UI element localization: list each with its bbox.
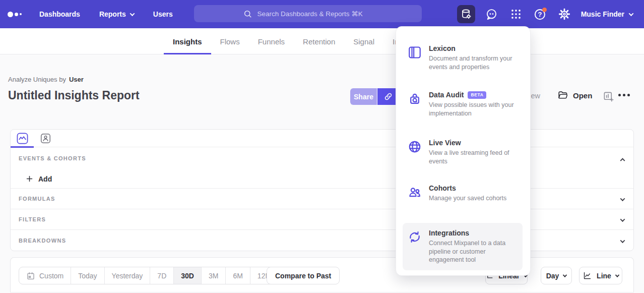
date-range-control: Custom Today Yesterday 7D 30D 3M 6M 12M [19,267,279,284]
live-view-globe-icon [408,140,422,154]
integrations-sync-icon [408,230,422,244]
section-breakdowns[interactable]: BREAKDOWNS [11,230,633,251]
menu-item-description: View possible issues with your implement… [429,101,518,118]
range-custom[interactable]: Custom [19,267,71,284]
menu-item-title: Live View [429,139,461,147]
menu-item-integrations[interactable]: Integrations Connect Mixpanel to a data … [403,223,523,270]
nav-dashboards-label: Dashboards [39,10,80,18]
section-label: FORMULAS [19,196,55,202]
logo-dot [8,12,13,17]
menu-item-description: View a live streaming feed of events [429,149,518,165]
range-6m[interactable]: 6M [226,267,250,284]
nav-reports-label: Reports [99,10,126,18]
gear-icon [558,8,571,21]
lexicon-icon [408,45,422,60]
data-management-button[interactable] [457,5,475,23]
data-audit-icon [408,92,422,106]
tab-metrics-view[interactable] [11,130,34,147]
menu-item-title: Integrations [429,229,469,237]
menu-item-description: Connect Mixpanel to a data pipeline or c… [429,239,518,264]
nav-users[interactable]: Users [153,10,173,18]
chat-bubble-icon [485,8,498,21]
person-tab-icon [40,133,51,144]
analysis-subtitle: Analyze Uniques byUser [8,76,84,83]
menu-item-description: Document and transform your events and p… [429,54,518,71]
range-yesterday[interactable]: Yesterday [105,267,151,284]
section-events-cohorts[interactable]: EVENTS & COHORTS [11,147,633,169]
menu-item-live-view[interactable]: Live View View a live streaming feed of … [403,133,523,171]
nav-reports[interactable]: Reports [99,10,134,18]
subtitle-prefix: Analyze Uniques by [8,76,66,83]
calendar-icon [26,271,35,280]
settings-button[interactable] [557,7,572,22]
builder-view-tabs [11,130,633,147]
chevron-up-icon[interactable] [620,158,625,163]
project-name: Music Finder [581,10,624,18]
apps-grid-button[interactable] [508,7,524,22]
project-selector[interactable]: Music Finder [581,10,633,18]
range-3m[interactable]: 3M [202,267,226,284]
section-formulas[interactable]: FORMULAS [11,189,633,209]
chevron-down-icon[interactable] [620,238,625,243]
search-input[interactable] [257,10,373,18]
tab-funnels[interactable]: Funnels [249,28,294,54]
range-7d[interactable]: 7D [150,267,174,284]
tab-flows[interactable]: Flows [211,28,249,54]
share-button[interactable]: Share [350,88,377,105]
grid-dots-icon [509,8,523,21]
chevron-down-icon [629,11,634,16]
chart-type-select[interactable]: Line [579,267,622,284]
app-window: Dashboards Reports Users [0,0,644,293]
range-today[interactable]: Today [71,267,104,284]
tab-retention[interactable]: Retention [294,28,344,54]
tab-insights[interactable]: Insights [164,28,211,54]
subtitle-entity[interactable]: User [69,76,84,83]
more-options-button[interactable] [618,94,630,96]
compare-to-past-button[interactable]: Compare to Past [267,267,340,284]
line-chart-icon [583,271,592,280]
help-button[interactable]: ? [533,7,548,22]
cohorts-people-icon [408,185,422,199]
menu-item-description: Manage your saved cohorts [429,194,518,203]
global-search[interactable] [194,5,422,22]
plus-icon [26,175,33,183]
tab-users-view[interactable] [34,130,57,147]
chart-toolbar-card: Custom Today Yesterday 7D 30D 3M 6M 12M … [10,257,634,292]
line-chart-tab-icon [17,133,28,144]
add-event-button[interactable]: Add [11,169,633,189]
menu-item-title: Cohorts [429,184,456,192]
chart-add-icon [603,91,614,102]
folder-icon [557,90,568,101]
menu-item-data-audit[interactable]: Data AuditBETA View possible issues with… [403,85,523,124]
nav-users-label: Users [153,10,173,18]
notification-dot [542,8,547,12]
add-to-board-button[interactable] [603,91,614,102]
section-label: EVENTS & COHORTS [19,155,86,161]
share-group: Share [350,88,399,105]
chevron-down-icon[interactable] [620,217,625,222]
primary-nav: Dashboards Reports Users [39,0,173,28]
section-filters[interactable]: FILTERS [11,209,633,230]
open-report-button[interactable]: Open [557,90,592,101]
nav-dashboards[interactable]: Dashboards [39,10,80,18]
section-label: BREAKDOWNS [19,238,66,244]
chevron-down-icon [615,273,619,277]
logo-dot [15,13,18,16]
logo-dot [20,13,22,15]
database-gear-icon [460,8,472,20]
tab-signal[interactable]: Signal [344,28,383,54]
open-label: Open [573,91,592,100]
help-icon: ? [533,7,547,21]
granularity-label: Day [546,272,559,280]
feedback-button[interactable] [484,7,499,22]
chevron-down-icon[interactable] [620,196,625,201]
granularity-select[interactable]: Day [541,267,572,284]
page-title[interactable]: Untitled Insights Report [8,89,140,102]
menu-item-cohorts[interactable]: Cohorts Manage your saved cohorts [403,178,523,209]
menu-item-lexicon[interactable]: Lexicon Document and transform your even… [403,38,523,77]
chart-type-label: Line [597,272,611,280]
search-icon [243,9,252,19]
section-label: FILTERS [19,216,46,222]
mixpanel-logo[interactable] [8,0,22,28]
range-30d[interactable]: 30D [174,267,202,284]
